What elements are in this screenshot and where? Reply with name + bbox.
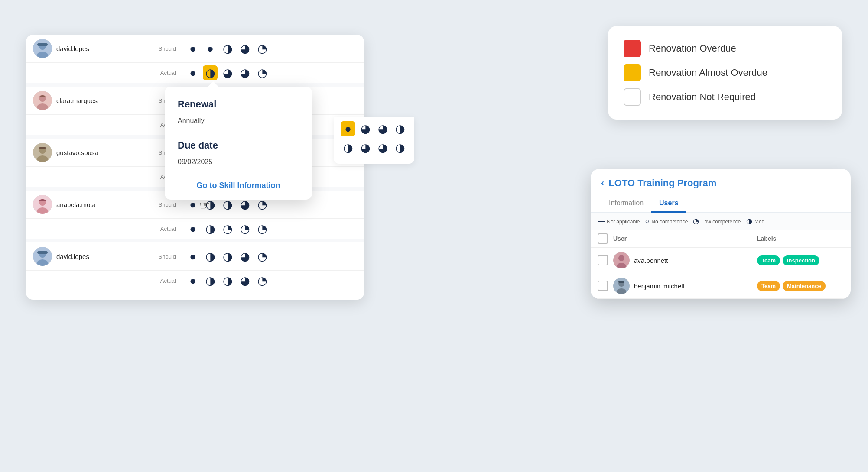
skill-icon[interactable] [185,41,200,56]
user-name-clara: clara.marques [56,97,98,104]
user-cell-david: david.lopes [26,35,147,62]
skill-icon[interactable] [237,221,252,236]
loto-row-benjamin: benjamin.mitchell Team Maintenance [591,273,851,299]
skill-icon[interactable] [237,41,252,56]
skill-icon[interactable] [203,41,218,56]
skill-icon[interactable] [255,273,270,288]
user-group-david-lopes: david.lopes Should Actual [26,35,364,83]
avatar-david2 [33,247,52,266]
comp-med-icon: ◑ [746,217,752,225]
skill-icon[interactable] [341,121,355,136]
user-cell-empty5 [26,276,147,285]
user-row-david2-actual: Actual [26,271,364,291]
tag-inspection-ava: Inspection [783,255,819,265]
loto-table-header: User Labels [591,230,851,248]
legend-text-red: Renovation Overdue [649,43,736,54]
skill-icon[interactable] [220,221,235,236]
comp-low-icon: ◔ [693,217,699,225]
skill-icon[interactable] [220,273,235,288]
row-label-should5: Should [147,250,182,263]
user-name-gustavo: gustavo.sousa [56,149,98,156]
skill-icon[interactable] [393,140,407,155]
skill-icon[interactable] [220,249,235,264]
user-row-david-actual: Actual [26,63,364,83]
skill-icon[interactable] [358,140,373,155]
loto-back-button[interactable]: ‹ [601,178,604,189]
skill-icon[interactable] [237,273,252,288]
loto-title: LOTO Training Program [608,178,716,189]
skill-cells-david2-should [182,246,364,266]
tag-maintenance-benjamin: Maintenance [783,281,826,291]
comp-not-applicable-label: Not applicable [607,219,640,225]
tab-users[interactable]: Users [651,195,686,213]
skill-icon[interactable] [203,221,218,236]
skill-cells-anabela-actual [182,219,364,239]
avatar-clara [33,91,52,110]
matrix-partial [334,117,414,164]
loto-row-ava: ava.bennett Team Inspection [591,248,851,273]
row-label-actual5: Actual [147,274,182,288]
row-label-should: Should [147,42,182,55]
labels-ava: Team Inspection [757,255,844,265]
user-cell-empty2 [26,120,147,129]
user-info-ava: ava.bennett [613,252,757,268]
skill-icon[interactable] [220,65,235,80]
checkbox-ava[interactable] [598,255,608,265]
legend-swatch-orange [624,64,641,81]
legend-item-white: Renovation Not Required [624,88,826,106]
skill-icon[interactable] [185,221,200,236]
legend-swatch-white [624,88,641,106]
skill-icon[interactable] [185,65,200,80]
cursor-icon: ☞ [199,198,210,213]
skill-icon[interactable] [185,273,200,288]
skill-icon[interactable] [185,249,200,264]
skill-icon[interactable] [255,65,270,80]
skill-icon[interactable] [255,221,270,236]
skill-cells-david-should [182,39,364,58]
legend-item-orange: Renovation Almost Overdue [624,64,826,81]
skill-info-link[interactable]: Go to Skill Information [178,181,299,190]
legend-swatch-red [624,40,641,57]
avatar-ava [613,252,630,268]
user-cell-empty4 [26,224,147,233]
user-cell-empty [26,68,147,77]
tab-information[interactable]: Information [601,195,651,213]
row-label-actual: Actual [147,66,182,80]
check-col-ava [598,255,613,265]
group-spacer [26,239,364,242]
user-cell-david2: david.lopes [26,242,147,270]
competence-legend: — Not applicable ○ No competence ◔ Low c… [591,213,851,230]
legend-card: Renovation Overdue Renovation Almost Ove… [608,26,842,120]
tooltip-duedate-label: Due date [178,140,299,151]
skill-icon[interactable] [358,121,373,136]
skill-icon[interactable] [393,121,407,136]
svg-rect-3 [37,43,48,46]
skill-icon[interactable] [220,41,235,56]
skill-icon[interactable] [255,41,270,56]
skill-icon[interactable] [341,140,355,155]
skill-icon[interactable] [375,121,390,136]
user-name-david2: david.lopes [56,253,89,260]
loto-tabs: Information Users [591,195,851,213]
svg-point-19 [618,255,624,261]
header-checkbox[interactable] [598,233,608,244]
tooltip-renewal-value: Renewal [178,99,299,110]
user-cell-clara: clara.marques [26,87,147,114]
tag-team-benjamin: Team [757,281,780,291]
skill-icon[interactable] [203,249,218,264]
avatar-benjamin [613,278,630,294]
checkbox-benjamin[interactable] [598,281,608,291]
skill-icon[interactable] [203,273,218,288]
loto-panel: ‹ LOTO Training Program Information User… [591,169,851,299]
skill-icon[interactable] [237,65,252,80]
user-row-anabela-actual: Actual [26,219,364,239]
tooltip-divider2 [178,174,299,174]
skill-icon[interactable] [375,140,390,155]
user-name-anabela: anabela.mota [56,201,96,208]
user-group-david2: david.lopes Should Actual [26,242,364,291]
tooltip-popup: Renewal Annually Due date 09/02/2025 Go … [165,87,312,200]
skill-icon[interactable] [237,249,252,264]
skill-icon-highlighted[interactable] [203,65,218,80]
skill-icon[interactable] [255,249,270,264]
svg-rect-17 [37,251,48,254]
